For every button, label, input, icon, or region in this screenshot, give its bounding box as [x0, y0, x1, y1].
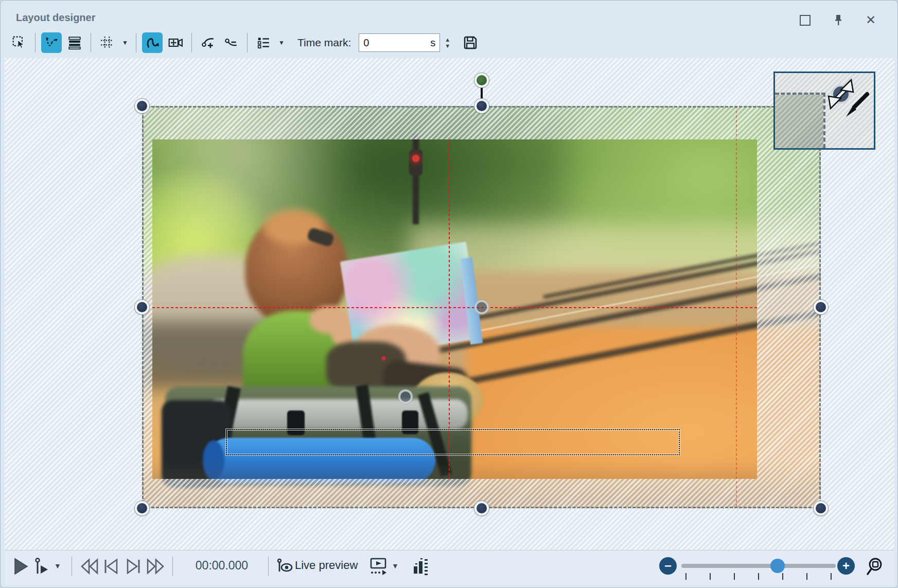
motion-path-tool-button[interactable] — [41, 32, 62, 53]
selection-tool-icon — [12, 35, 26, 50]
toolbar-separator — [191, 33, 192, 52]
camera-pan-icon — [168, 35, 183, 50]
transport-separator — [72, 557, 72, 576]
save-button[interactable] — [460, 32, 481, 53]
rewind-icon — [80, 558, 99, 575]
time-mark-label: Time mark: — [297, 37, 351, 49]
close-button[interactable]: ✕ — [864, 13, 878, 27]
spin-down-button[interactable]: ▼ — [445, 43, 450, 48]
layers-icon — [67, 35, 82, 50]
preview-window-button[interactable] — [368, 557, 389, 577]
handle-bottom-left[interactable] — [135, 501, 149, 515]
previous-button[interactable] — [102, 558, 120, 575]
live-preview-toggle[interactable] — [276, 558, 294, 575]
maximize-button[interactable] — [798, 13, 812, 27]
motion-path-icon — [44, 35, 59, 50]
grid-icon — [100, 35, 114, 50]
toolbar-separator — [35, 33, 36, 52]
preview-window-icon — [368, 557, 389, 577]
play-from-marker-icon — [33, 557, 50, 576]
fast-forward-icon — [146, 558, 165, 575]
handle-top-left[interactable] — [135, 99, 149, 113]
zoom-fit-icon — [865, 557, 884, 577]
resize-brush-cursor — [819, 73, 873, 126]
design-canvas[interactable] — [5, 58, 894, 550]
next-icon — [125, 558, 142, 575]
selection-tool-button[interactable] — [9, 32, 29, 53]
performance-monitor-button[interactable] — [412, 557, 430, 577]
spin-up-button[interactable]: ▲ — [445, 37, 450, 42]
camera-pan-button[interactable] — [165, 32, 186, 53]
plus-icon: + — [842, 560, 850, 572]
titlebar: Layout designer ✕ — [1, 1, 897, 29]
save-icon — [463, 35, 478, 50]
previous-icon — [102, 558, 120, 575]
handle-center[interactable] — [474, 300, 489, 314]
layers-button[interactable] — [64, 32, 85, 53]
close-icon: ✕ — [866, 14, 876, 26]
zoom-slider-thumb[interactable] — [770, 559, 785, 573]
time-mark-unit: s — [430, 37, 435, 49]
rewind-button[interactable] — [80, 558, 99, 575]
object-list-icon — [256, 35, 271, 50]
magnified-selection-edge-top — [775, 93, 825, 95]
handle-top-center[interactable] — [474, 99, 489, 113]
add-curve-point-icon — [201, 35, 215, 50]
magnified-photo-corner — [775, 95, 823, 148]
minus-icon: − — [664, 560, 672, 572]
play-options-dropdown[interactable]: ▼ — [54, 562, 61, 570]
toolbar-separator — [247, 33, 248, 52]
add-curve-point-button[interactable] — [198, 32, 218, 53]
rotation-center-marker[interactable] — [398, 389, 413, 404]
performance-monitor-icon — [412, 557, 430, 577]
grid-button[interactable] — [97, 32, 117, 53]
play-button[interactable] — [13, 558, 28, 575]
transport-separator — [268, 557, 269, 576]
remove-curve-point-button[interactable] — [221, 32, 241, 53]
handle-middle-left[interactable] — [135, 300, 149, 314]
layout-designer-window: Layout designer ✕ ▼ — [0, 0, 898, 588]
live-preview-label: Live preview — [295, 559, 358, 572]
pin-icon — [833, 14, 844, 26]
time-mark-spinner: ▲ ▼ — [445, 37, 450, 48]
zoom-fit-button[interactable] — [865, 557, 884, 577]
live-preview-eye-icon — [276, 558, 294, 575]
play-icon — [13, 558, 28, 575]
rotation-handle[interactable] — [474, 73, 489, 87]
transport-separator — [172, 557, 173, 576]
time-mark-input[interactable] — [359, 33, 440, 52]
next-button[interactable] — [125, 558, 142, 575]
time-mark-field: s — [359, 33, 440, 52]
preview-mode-dropdown[interactable]: ▼ — [392, 562, 399, 570]
object-list-button[interactable] — [253, 32, 274, 53]
zoom-slider[interactable] — [681, 564, 836, 568]
main-toolbar: ▼ ▼ Time mark: s ▲ ▼ — [9, 29, 481, 56]
zoom-out-button[interactable]: − — [659, 557, 677, 575]
toolbar-separator — [136, 33, 136, 52]
handle-middle-right[interactable] — [814, 300, 828, 314]
zoom-slider-ticks — [685, 573, 832, 580]
smooth-curve-tool-button[interactable] — [142, 32, 163, 53]
remove-curve-point-icon — [224, 35, 238, 50]
fast-forward-button[interactable] — [146, 558, 165, 575]
transport-bar: ▼ 00:00.000 Live preview ▼ − + — [5, 550, 894, 585]
grid-dropdown[interactable]: ▼ — [120, 32, 130, 53]
smooth-curve-icon — [145, 35, 160, 50]
maximize-icon — [800, 15, 811, 26]
object-list-dropdown[interactable]: ▼ — [276, 32, 287, 53]
handle-bottom-center[interactable] — [474, 501, 489, 515]
window-title: Layout designer — [16, 12, 95, 24]
play-from-marker-button[interactable] — [33, 557, 50, 576]
toolbar-separator — [91, 33, 91, 52]
handle-bottom-right[interactable] — [814, 501, 828, 515]
zoom-in-button[interactable]: + — [837, 557, 855, 575]
pin-button[interactable] — [831, 13, 846, 27]
time-display: 00:00.000 — [186, 559, 258, 573]
